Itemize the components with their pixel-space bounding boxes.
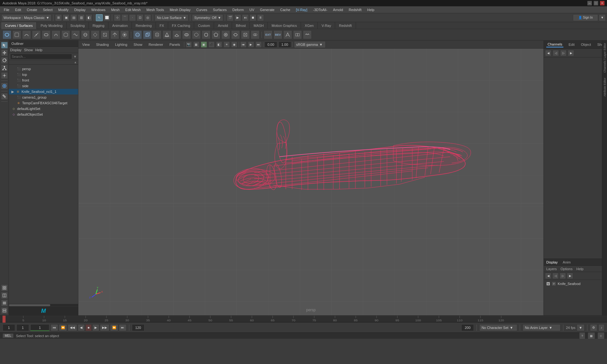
menu-file[interactable]: File [1,7,12,12]
status-help-btn[interactable]: ? [579,332,585,339]
menu-help[interactable]: Help [365,7,377,12]
rp-icon-1[interactable]: ◀ [545,50,551,56]
tab-rendering[interactable]: Rendering [132,22,156,29]
frame-slider-container[interactable] [30,324,49,331]
layout-btn-2[interactable]: ▣ [63,14,70,21]
tab-rigging[interactable]: Rigging [89,22,108,29]
shelf-icon-2[interactable] [12,30,21,39]
tree-item-top[interactable]: ⬛ top [9,72,78,77]
menu-cache[interactable]: Cache [278,7,293,12]
tab-bifrost[interactable]: Bifrost [232,22,250,29]
menu-edit[interactable]: Edit [13,7,24,12]
play-fwd-btn[interactable]: ▶ [92,324,99,331]
layout-btn-5[interactable]: ◧ [85,14,92,21]
vp-solid-btn[interactable]: ⬛ [208,41,215,48]
sign-in-chevron[interactable]: ▼ [599,14,606,21]
menu-windows[interactable]: Windows [89,7,108,12]
viewport-area[interactable]: View Shading Lighting Show Renderer Pane… [78,40,543,315]
menu-display[interactable]: Display [72,7,88,12]
rp-icon-4[interactable]: ▶ [568,50,574,56]
tab-arnold[interactable]: Arnold [214,22,232,29]
tab-curves-surfaces[interactable]: Curves / Surfaces [1,22,37,29]
tree-item-objectset[interactable]: ◇ defaultObjectSet [9,112,78,117]
shelf-icon-4[interactable] [32,30,41,39]
vp-camera-btn[interactable]: 📷 [186,41,192,48]
menu-select[interactable]: Select [40,7,55,12]
move-tool[interactable] [1,49,8,56]
rotate-tool[interactable] [1,57,8,64]
vp-menu-lighting[interactable]: Lighting [113,42,130,47]
symmetry-dropdown[interactable]: Symmetry: Off ▼ [192,14,223,21]
vtab-channels[interactable]: Channels / Layer Editor [602,40,607,75]
shelf-icon-shape8[interactable] [283,30,292,39]
dp-sub-layers[interactable]: Layers [546,267,557,271]
vp-menu-shading[interactable]: Shading [94,42,111,47]
play-back-btn[interactable]: ◀ [78,324,85,331]
display-btn-2[interactable] [1,292,8,299]
shelf-icon-6[interactable] [52,30,60,39]
shelf-icon-bevel[interactable]: BEV [273,30,282,39]
shelf-icon-shape3[interactable] [212,30,220,39]
layers-hide-btn[interactable]: ▶ [567,273,573,279]
dp-tab-anim[interactable]: Anim [563,260,571,264]
range-end-input[interactable] [132,324,144,331]
tree-item-knife[interactable]: ▶ ⊞ Knife_Seafood_ncl1_1 [9,89,78,94]
tree-item-side[interactable]: ⬛ side [9,83,78,89]
tab-mash[interactable]: MASH [250,22,268,29]
vp-play-btn[interactable]: ▶ [248,41,254,48]
shelf-icon-shape10[interactable] [303,30,312,39]
step-back-btn[interactable]: ⏪ [59,324,67,331]
vp-menu-show[interactable]: Show [131,42,145,47]
menu-mesh[interactable]: Mesh [108,7,122,12]
tab-custom[interactable]: Custom [194,22,214,29]
restore-button[interactable]: □ [594,1,598,5]
rpanel-tab-channels[interactable]: Channels [546,42,563,47]
layers-remove-btn[interactable]: ◁ [552,273,559,279]
shelf-icon-shape1[interactable] [192,30,201,39]
minimize-button[interactable]: ─ [587,1,592,5]
menu-arnold[interactable]: Arnold [330,7,346,12]
snap-curve-btn[interactable]: ⌒ [121,14,128,21]
menu-curves[interactable]: Curves [194,7,210,12]
sign-in-btn[interactable]: 👤 Sign In [573,14,598,21]
render-btn-3[interactable]: ⏯ [242,14,249,21]
shelf-icon-8[interactable] [71,30,80,39]
layout-btn-1[interactable]: ⊞ [55,14,62,21]
menu-mesh-tools[interactable]: Mesh Tools [144,7,166,12]
tab-xgen[interactable]: XGen [301,22,318,29]
tree-item-camera-group[interactable]: ⬛ camera1_group [9,94,78,100]
shelf-icon-5[interactable] [42,30,51,39]
render-btn-5[interactable]: ⏸ [257,14,264,21]
step-fwd-btn[interactable]: ⏩ [110,324,118,331]
layout-btn-3[interactable]: ▤ [70,14,77,21]
shelf-icon-3[interactable] [22,30,31,39]
render-btn-4[interactable]: ⏹ [249,14,256,21]
live-surface-dropdown[interactable]: No Live Surface ▼ [155,14,188,21]
tab-fx-caching[interactable]: FX Caching [168,22,194,29]
outliner-scroll-up[interactable]: ▲ [74,61,77,64]
last-tool[interactable] [1,72,8,79]
frame-current-input[interactable] [16,324,29,331]
vp-wireframe-btn[interactable]: ▣ [201,41,207,48]
vp-menu-renderer[interactable]: Renderer [146,42,166,47]
tree-item-tempcam[interactable]: ⊕ TempCamFBXASC046Target [9,100,78,106]
menu-vray[interactable]: [V-Ray] [293,7,310,12]
outliner-search-input[interactable] [10,54,72,59]
shelf-icon-1[interactable] [3,30,11,39]
workspace-dropdown[interactable]: Workspace : Maya Classic ▼ [1,14,52,21]
shelf-icon-shape6[interactable] [241,30,250,39]
tree-item-front[interactable]: ⬛ front [9,77,78,83]
menu-edit-mesh[interactable]: Edit Mesh [123,7,143,12]
fps-dropdown[interactable]: ▼ [577,324,585,331]
anim-end-input[interactable] [461,324,474,331]
select-tool-btn[interactable]: ↖ [96,14,103,21]
shelf-icon-plane[interactable] [172,30,181,39]
timeline-ruler[interactable]: 5 10 15 20 25 30 35 40 45 50 5 [3,316,607,322]
rpanel-tab-object[interactable]: Object [579,42,592,47]
menu-redshift[interactable]: Redshift [346,7,364,12]
shelf-icon-cone[interactable] [162,30,171,39]
render-btn-2[interactable]: ▶ [234,14,241,21]
shelf-icon-sphere[interactable] [133,30,142,39]
shelf-icon-cylinder[interactable] [153,30,162,39]
vp-exposure-input[interactable] [265,41,277,48]
